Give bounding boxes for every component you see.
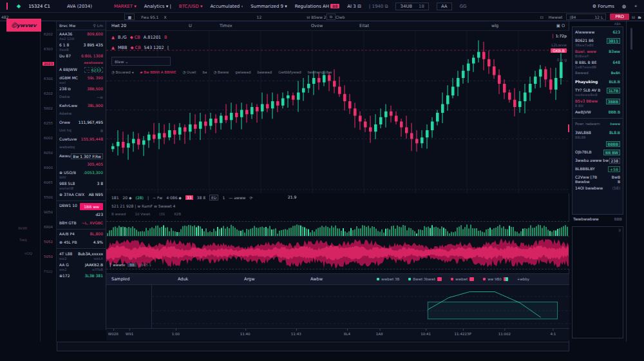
ladder-cell[interactable]: 6202 — [41, 26, 56, 41]
watchlist-row[interactable]: d23 — [57, 211, 106, 219]
chart-tab[interactable]: Eitat — [359, 23, 369, 28]
order-row[interactable]: B BBL B BE 1wB7wwwBB 648 — [573, 59, 623, 70]
watchlist-row[interactable]: 4T L88 ww2 8ub3A,xxxxx wwLA — [57, 250, 106, 261]
ladder-cell[interactable]: 9050 — [41, 204, 56, 219]
order-row[interactable]: OJb7BLB BB BW — [573, 148, 623, 157]
indicator-button[interactable]: ba — [203, 70, 207, 74]
bottom-plot[interactable] — [151, 285, 569, 328]
chart-header-icons[interactable]: ▣ O — [556, 23, 565, 28]
watchlist-row[interactable]: Cuwtuvw 155,95,448 — [57, 135, 106, 144]
watchlist-row[interactable]: 988 5L8 wwbwbB 3 8 — [57, 180, 106, 191]
pro-button[interactable]: PRO — [610, 14, 629, 20]
menu-pair[interactable]: BTC/USD ▾ — [179, 4, 203, 9]
watchlist-row[interactable]: Adwkw — [57, 110, 106, 119]
order-row[interactable]: BBBB — [573, 140, 623, 148]
watchlist-row[interactable]: awwbawww — [57, 61, 106, 66]
pair-field[interactable]: (84 12 L — [566, 14, 606, 20]
ladder-cell[interactable]: 6900 — [41, 160, 56, 175]
watchlist-row[interactable]: KwhrLww 38L,900 — [57, 102, 106, 110]
order-row[interactable]: Powr. radawm bwww — [573, 121, 623, 129]
order-row[interactable]: 14Ol bwwbww (58) — [573, 184, 623, 193]
legend-item[interactable]: ww 9B0 — [483, 277, 508, 281]
menu-market[interactable]: MARKET ▾ — [114, 4, 137, 9]
star-icon[interactable]: ✦ — [634, 4, 638, 9]
order-row[interactable]: Phayuking BLB.B — [573, 78, 623, 86]
order-row[interactable] — [573, 118, 623, 119]
order-row[interactable]: Alwwwww 623 — [573, 28, 623, 37]
drive-icon[interactable]: 🖿 — [638, 15, 641, 19]
order-row[interactable]: AwBJVW BBB.B — [573, 108, 623, 117]
collapse-icon[interactable]: ⊟ — [632, 15, 635, 19]
menu-summarized[interactable]: Summarized 9 ▾ — [251, 4, 287, 9]
tool-square-button[interactable]: ■ — [124, 14, 135, 20]
order-row[interactable]: 3wwba awww bw 238 — [573, 157, 623, 165]
indicator-button[interactable]: Gwtbbfywwd — [278, 70, 301, 74]
legend-item[interactable]: Bwwt 3bwwt — [408, 277, 442, 281]
watchlist-row[interactable]: ⊕172 3L3B 381 — [57, 272, 106, 280]
indicator-button[interactable]: ◔ Bwww — [213, 70, 229, 74]
order-row[interactable]: 80621 B6 3Bww7wB8 3811 — [573, 37, 623, 48]
ladder-cell[interactable]: 5052 — [41, 234, 56, 249]
watchlist-row[interactable]: ⊕ 45L PB 4.9% — [57, 239, 106, 247]
watchlist-row[interactable]: Orww 111,967,495 — [57, 119, 106, 127]
watchlist-row[interactable]: Dwkw ~w — [57, 93, 106, 102]
menu-accumulated[interactable]: Accumulated ‹ — [210, 4, 243, 9]
status-tab[interactable]: 82B — [174, 212, 181, 216]
watchlist-row[interactable]: DBW1 10 1BB ww — [57, 202, 106, 211]
watchlist-row[interactable]: AA/B P4 8L,800 — [57, 230, 106, 239]
forums-button[interactable]: ⚙ Forums — [592, 4, 614, 9]
ladder-cell[interactable]: 6255 — [41, 115, 56, 130]
watchlist-row[interactable]: Awwu Bw 1 307 P.Rw — [57, 152, 106, 161]
ladder-cell[interactable]: 5500 — [41, 190, 56, 204]
grid-icon[interactable]: ⊡ — [540, 15, 544, 19]
indicator-button[interactable]: gwlawad — [235, 70, 251, 74]
indicator-button[interactable]: ◔ Bouwwd ◂ — [111, 70, 133, 74]
oscillator-chip[interactable]: BB — [128, 263, 137, 267]
status-tab[interactable]: 10 Vwwt — [135, 212, 151, 216]
order-row[interactable]: BLBBBLBY +5B — [573, 165, 623, 173]
watchlist-row[interactable]: A BBJWW ··· 6233 — [57, 66, 106, 74]
watchlist-row[interactable]: Usk hq B — [57, 127, 106, 135]
candlestick-chart[interactable]: ▲B./G◆ CBA.81201B ▲MBB◆ CB543 1202| Blew… — [106, 31, 569, 193]
order-row[interactable]: Bawl. www BbBwwP B3ww — [573, 48, 623, 59]
legend-item[interactable]: wwbwt — [451, 277, 474, 281]
ladder-cell[interactable]: 6050 — [41, 145, 56, 160]
order-row[interactable]: B5v3 BBww B BW 3BBB — [573, 97, 623, 108]
ladder-cell[interactable]: 6804 — [41, 219, 56, 234]
watchlist-row[interactable]: 305,405 — [57, 161, 106, 169]
order-row[interactable]: 3WL8B8 BBLBB 8L8.B — [573, 129, 623, 140]
bottom-tab[interactable]: Aduk — [178, 277, 244, 282]
interval-select[interactable]: Blew ⌄ — [111, 57, 171, 66]
indicator-button[interactable]: bawwad — [257, 70, 272, 74]
ladder-cell[interactable]: FIGQ — [41, 264, 56, 278]
status-tab[interactable]: B wwwd — [111, 212, 126, 216]
menu-regulations[interactable]: Regulations AH B8 — [295, 4, 339, 9]
copy-icon[interactable]: ⧉ — [327, 14, 336, 20]
status-tab[interactable]: (31 — [159, 212, 165, 216]
globe-icon[interactable]: ◍ — [622, 4, 626, 9]
ladder-cell[interactable]: 6002 — [41, 130, 56, 145]
menu-analytics[interactable]: Analytics ▾ | — [144, 4, 171, 9]
b5-button[interactable]: ⊟ B5ww 2 — [307, 15, 326, 19]
order-row[interactable]: C2Vww [7B Bwwbw BwB B — [573, 173, 623, 184]
tool-x[interactable]: X — [164, 15, 166, 19]
watchlist-row[interactable]: wwbwbq — [57, 144, 106, 152]
ladder-cell[interactable]: 6303 — [41, 41, 56, 56]
ladder-cell[interactable]: 2023 — [41, 56, 56, 71]
watchlist-row[interactable]: 6 1 8 8wwB 3 895 435 — [57, 41, 106, 52]
bottom-tab[interactable]: Sampled — [111, 277, 178, 282]
legend-item[interactable]: wwbwt 3B — [377, 277, 399, 281]
ladder-cell[interactable]: 5050 — [41, 249, 56, 264]
watchlist-row[interactable]: AAA36 Aw2 12W 809,600 — [57, 30, 106, 41]
ladder-cell[interactable]: 6300 — [41, 71, 56, 86]
indicator-button[interactable]: ▰ Bw BBWt A BBIWE — [140, 70, 176, 74]
bottom-tab[interactable]: Argw — [244, 277, 310, 282]
aa-button[interactable]: AA — [437, 3, 452, 10]
menu-ai[interactable]: AI 3 ⊟ — [347, 4, 361, 9]
search-input[interactable]: 34U8 18 — [395, 3, 428, 10]
watchlist-row[interactable]: AA G ww2 JAAKB2.B w3TwB — [57, 261, 106, 272]
order-row[interactable]: Bwwwd BwBA — [573, 70, 623, 78]
indicator-button[interactable]: ◔ Ouwt — [182, 70, 196, 74]
ladder-cell[interactable]: 5802 — [41, 101, 56, 115]
history-box[interactable]: |i — [572, 226, 623, 338]
